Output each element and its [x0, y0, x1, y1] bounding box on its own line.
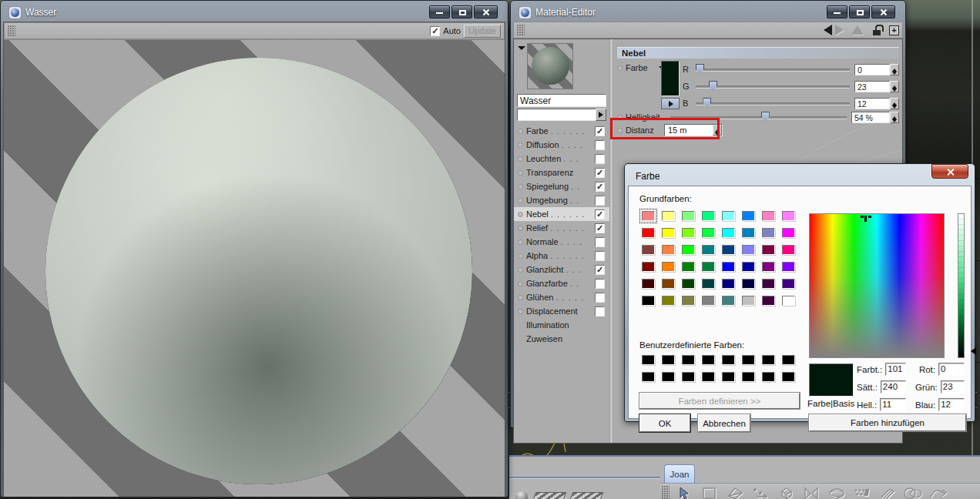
- basic-color-swatch[interactable]: [742, 296, 755, 306]
- define-colors-button[interactable]: Farben definieren >>: [639, 393, 800, 409]
- rectangle-select-icon[interactable]: [698, 486, 721, 499]
- channel-checkbox-farbe[interactable]: ✓: [595, 126, 605, 136]
- polygon-tool-icon[interactable]: [723, 486, 747, 499]
- points-tool-icon[interactable]: [749, 486, 772, 499]
- basic-color-swatch[interactable]: [762, 279, 775, 289]
- custom-color-swatch[interactable]: [762, 355, 775, 365]
- basic-color-swatch[interactable]: [782, 228, 795, 238]
- dialog-close-button[interactable]: [931, 164, 968, 179]
- hue-saturation-field[interactable]: [809, 213, 945, 358]
- channel-checkbox-relief[interactable]: ✓: [595, 223, 605, 233]
- material-thumb-icon[interactable]: [515, 491, 528, 499]
- hsl-input[interactable]: 11: [880, 398, 906, 411]
- channel-checkbox-leuchten[interactable]: [595, 154, 605, 164]
- channel-checkbox-nebel[interactable]: ✓: [595, 209, 605, 219]
- basic-color-swatch[interactable]: [662, 245, 675, 255]
- toolbar-grip[interactable]: [8, 25, 15, 36]
- basic-color-swatch[interactable]: [702, 262, 715, 272]
- basic-color-swatch[interactable]: [722, 262, 735, 272]
- basic-color-swatch[interactable]: [782, 296, 795, 306]
- hsl-input[interactable]: 101: [885, 363, 906, 376]
- basic-color-swatch[interactable]: [702, 279, 715, 289]
- minimize-button[interactable]: [827, 5, 847, 18]
- g-value[interactable]: 23: [854, 81, 890, 92]
- luminance-bar[interactable]: [958, 213, 965, 358]
- channel-row-relief[interactable]: Relief. . . . . .✓: [514, 221, 609, 235]
- basic-color-swatch[interactable]: [682, 228, 695, 238]
- slider-thumb[interactable]: [696, 64, 704, 74]
- material-preview-viewport[interactable]: [4, 39, 505, 497]
- custom-color-swatch[interactable]: [702, 355, 715, 365]
- add-colors-button[interactable]: Farben hinzufügen: [809, 414, 966, 431]
- color-dialog-titlebar[interactable]: Farbe: [628, 167, 972, 186]
- select-cursor-icon[interactable]: [673, 486, 696, 499]
- basic-color-swatch[interactable]: [662, 228, 675, 238]
- tab-joan[interactable]: Joan: [664, 464, 695, 483]
- slider-thumb[interactable]: [709, 81, 717, 91]
- maximize-button[interactable]: [849, 5, 870, 18]
- custom-color-swatch[interactable]: [722, 372, 735, 382]
- g-slider[interactable]: [696, 85, 850, 88]
- basic-color-swatch[interactable]: [682, 279, 695, 289]
- channel-checkbox-normale[interactable]: [595, 237, 605, 247]
- channel-row-farbe[interactable]: Farbe. . . . . .✓: [514, 124, 609, 138]
- custom-color-swatch[interactable]: [742, 372, 755, 382]
- basic-color-swatch[interactable]: [762, 211, 775, 221]
- minimize-button[interactable]: [429, 5, 450, 18]
- spline-arrow-tool-icon[interactable]: [927, 486, 950, 499]
- channel-checkbox-alpha[interactable]: [595, 251, 605, 261]
- basic-color-swatch[interactable]: [782, 211, 795, 221]
- symmetry-tool-icon[interactable]: [800, 486, 823, 499]
- basic-color-swatch[interactable]: [682, 245, 695, 255]
- channel-checkbox-glanzlicht[interactable]: ✓: [595, 265, 605, 275]
- basic-color-swatch[interactable]: [762, 228, 775, 238]
- channel-row-leuchten[interactable]: Leuchten. . .: [514, 152, 609, 166]
- basic-color-swatch[interactable]: [762, 262, 775, 272]
- basic-color-swatch[interactable]: [742, 228, 755, 238]
- material-editor-titlebar[interactable]: Material-Editor: [513, 3, 903, 22]
- material-thumbnail[interactable]: [527, 43, 573, 89]
- basic-color-swatch[interactable]: [722, 279, 735, 289]
- lathe-tool-icon[interactable]: [901, 486, 925, 499]
- channel-row-normale[interactable]: Normale. . . .: [514, 235, 609, 249]
- close-button[interactable]: [474, 5, 498, 18]
- basic-color-swatch[interactable]: [742, 211, 755, 221]
- dropdown-arrow-icon[interactable]: [596, 109, 606, 121]
- basic-color-swatch[interactable]: [702, 296, 715, 306]
- channel-checkbox-spiegelung[interactable]: ✓: [595, 182, 605, 192]
- basic-color-swatch[interactable]: [642, 296, 655, 306]
- custom-color-swatch[interactable]: [702, 372, 715, 382]
- value-spinner[interactable]: [890, 81, 899, 92]
- update-button[interactable]: Update: [464, 25, 501, 38]
- auto-checkbox[interactable]: ✓: [430, 26, 440, 36]
- r-value[interactable]: 0: [854, 64, 890, 75]
- value-spinner[interactable]: [890, 98, 899, 109]
- basic-color-swatch[interactable]: [762, 245, 775, 255]
- basic-color-swatch[interactable]: [642, 245, 655, 255]
- channel-row-glühen[interactable]: Glühen. . . . .: [514, 290, 609, 304]
- basic-color-swatch[interactable]: [722, 296, 735, 306]
- cube-tool-icon[interactable]: [774, 486, 797, 499]
- channel-checkbox-transparenz[interactable]: ✓: [595, 168, 605, 178]
- array-tool-icon[interactable]: [851, 486, 874, 499]
- channel-row-glanzfarbe[interactable]: Glanzfarbe. .: [514, 276, 609, 290]
- fog-color-swatch[interactable]: [661, 61, 680, 96]
- luminance-marker-icon[interactable]: [967, 347, 976, 355]
- custom-color-swatch[interactable]: [642, 355, 655, 365]
- b-slider[interactable]: [696, 102, 850, 105]
- cancel-button[interactable]: Abbrechen: [698, 414, 750, 432]
- basic-color-swatch[interactable]: [642, 279, 655, 289]
- channel-checkbox-displacement[interactable]: [595, 306, 605, 316]
- custom-color-swatch[interactable]: [642, 372, 655, 382]
- channel-checkbox-glühen[interactable]: [595, 293, 605, 303]
- r-slider[interactable]: [696, 69, 850, 71]
- channel-row-displacement[interactable]: Displacement: [514, 304, 609, 318]
- brightness-spinner[interactable]: [890, 112, 899, 123]
- custom-color-swatch[interactable]: [742, 355, 755, 365]
- rotate-tool-icon[interactable]: [825, 486, 848, 499]
- brightness-value[interactable]: 54 %: [851, 112, 890, 123]
- custom-color-swatch[interactable]: [662, 355, 675, 365]
- channel-checkbox-glanzfarbe[interactable]: [595, 279, 605, 289]
- hsl-input[interactable]: 240: [881, 380, 906, 394]
- channel-row-alpha[interactable]: Alpha. . . . . .: [514, 249, 609, 263]
